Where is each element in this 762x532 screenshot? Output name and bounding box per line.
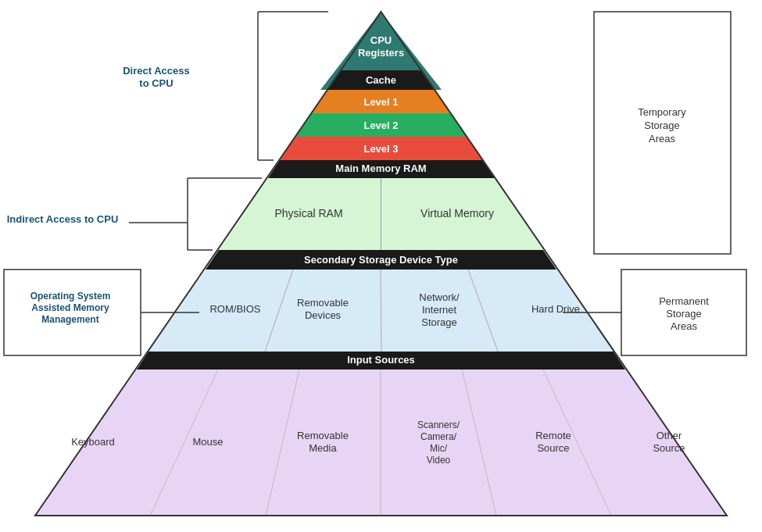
direct-access-label: Direct Access <box>123 65 190 77</box>
cpu-registers-label: CPU <box>370 34 392 46</box>
physical-ram-label: Physical RAM <box>274 207 342 220</box>
temp-storage-label3: Areas <box>649 133 675 145</box>
other-source-label2: Source <box>653 442 685 454</box>
perm-storage-label3: Areas <box>671 320 697 332</box>
network-storage-label2: Internet <box>422 304 456 316</box>
temp-storage-label2: Storage <box>644 120 680 131</box>
removable-media-label2: Media <box>309 442 337 454</box>
scanners-label4: Video <box>427 455 451 466</box>
level3-label: Level 3 <box>363 143 398 155</box>
perm-storage-label2: Storage <box>666 308 702 320</box>
input-sources-label: Input Sources <box>347 354 415 366</box>
removable-devices-label2: Devices <box>305 309 342 321</box>
cpu-registers-label2: Registers <box>358 47 404 59</box>
os-label2: Assisted Memory <box>31 302 109 313</box>
main-memory-label: Main Memory RAM <box>335 162 426 174</box>
indirect-access-label: Indirect Access to CPU <box>7 213 119 225</box>
direct-access-label2: to CPU <box>139 77 173 89</box>
rom-bios-label: ROM/BIOS <box>209 303 260 315</box>
removable-media-label: Removable <box>297 430 349 441</box>
removable-devices-label: Removable <box>297 297 349 309</box>
cache-label: Cache <box>366 74 396 86</box>
network-storage-label: Network/ <box>419 291 460 303</box>
temp-storage-label: Temporary <box>638 106 686 118</box>
scanners-label: Scanners/ <box>417 420 460 430</box>
level1-label: Level 1 <box>363 96 398 108</box>
scanners-label2: Camera/ <box>420 431 457 442</box>
remote-source-label2: Source <box>537 442 569 454</box>
perm-storage-label: Permanent <box>659 295 709 307</box>
other-source-label: Other <box>656 430 682 441</box>
level2-label: Level 2 <box>363 120 398 131</box>
keyboard-label: Keyboard <box>71 436 115 448</box>
mouse-label: Mouse <box>192 436 223 448</box>
os-label3: Management <box>41 314 98 325</box>
os-label: Operating System <box>30 291 111 302</box>
virtual-memory-label: Virtual Memory <box>420 207 494 220</box>
network-storage-label3: Storage <box>421 316 457 328</box>
scanners-label3: Mic/ <box>430 443 448 454</box>
diagram-container: CPU Registers Cache Level 1 Level 2 Leve… <box>0 0 762 532</box>
remote-source-label: Remote <box>535 430 571 441</box>
secondary-storage-label: Secondary Storage Device Type <box>304 254 458 266</box>
